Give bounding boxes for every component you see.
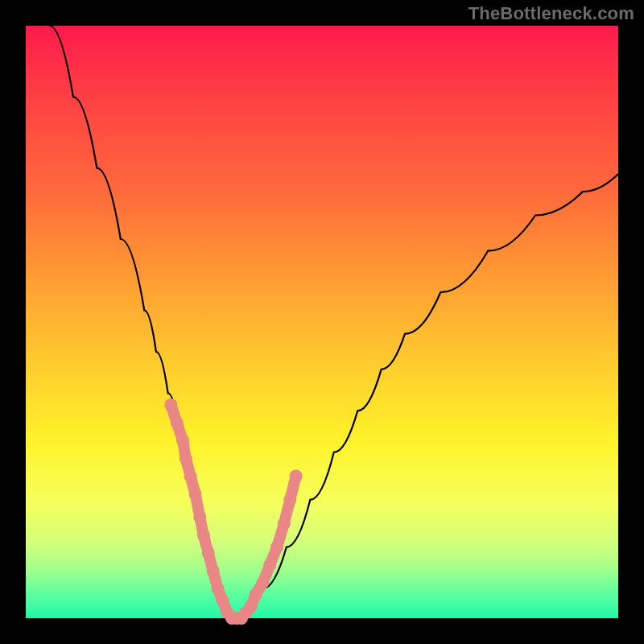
bottleneck-curve — [49, 26, 618, 618]
plot-area — [26, 26, 618, 618]
watermark-text: TheBottleneck.com — [469, 3, 634, 24]
chart-frame: TheBottleneck.com — [0, 0, 644, 644]
marker-layer — [164, 398, 302, 625]
chart-svg — [26, 26, 618, 618]
marker-dot — [290, 469, 303, 482]
